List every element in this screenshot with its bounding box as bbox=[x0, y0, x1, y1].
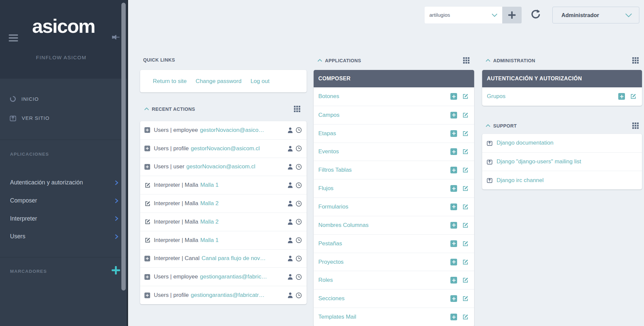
model-add-button[interactable] bbox=[450, 222, 457, 229]
history-icon[interactable] bbox=[296, 127, 302, 133]
model-link[interactable]: Secciones bbox=[318, 295, 344, 302]
history-icon[interactable] bbox=[296, 182, 302, 188]
support-link[interactable]: Django irc channel bbox=[497, 177, 544, 184]
model-add-button[interactable] bbox=[450, 185, 457, 192]
history-icon[interactable] bbox=[296, 255, 302, 262]
user-icon[interactable] bbox=[288, 146, 293, 152]
model-edit-button[interactable] bbox=[630, 93, 637, 100]
user-icon[interactable] bbox=[288, 200, 293, 207]
quick-link[interactable]: Change password bbox=[196, 78, 241, 85]
model-add-button[interactable] bbox=[450, 240, 457, 247]
sidebar-app-item[interactable]: Autenticación y autorización bbox=[0, 174, 127, 192]
chevron-up-icon[interactable] bbox=[317, 59, 322, 62]
refresh-icon[interactable] bbox=[530, 9, 542, 21]
model-link[interactable]: Eventos bbox=[318, 148, 339, 155]
model-edit-button[interactable] bbox=[462, 295, 469, 302]
support-link[interactable]: Django "django-users" mailing list bbox=[497, 158, 581, 165]
quick-link[interactable]: Log out bbox=[250, 78, 270, 85]
recent-action-link[interactable]: Malla 1 bbox=[200, 182, 219, 188]
model-add-button[interactable] bbox=[450, 167, 457, 173]
model-edit-button[interactable] bbox=[462, 167, 469, 173]
model-edit-button[interactable] bbox=[462, 240, 469, 247]
model-link[interactable]: Flujos bbox=[318, 185, 333, 192]
recent-action-link[interactable]: gestorNovacion@asicom.cl bbox=[191, 145, 260, 152]
sidebar-app-item[interactable]: Composer bbox=[0, 192, 127, 210]
model-edit-button[interactable] bbox=[462, 259, 469, 265]
grid-handle-icon[interactable] bbox=[632, 123, 639, 129]
model-link[interactable]: Campos bbox=[318, 112, 339, 118]
sidebar-app-item[interactable]: Users bbox=[0, 228, 127, 246]
recent-action-link[interactable]: Malla 1 bbox=[200, 237, 219, 244]
chevron-up-icon[interactable] bbox=[486, 59, 491, 62]
user-icon[interactable] bbox=[288, 127, 293, 133]
model-add-button[interactable] bbox=[618, 93, 625, 100]
model-add-button[interactable] bbox=[450, 295, 457, 302]
model-edit-button[interactable] bbox=[462, 130, 469, 137]
model-add-button[interactable] bbox=[450, 277, 457, 283]
model-add-button[interactable] bbox=[450, 259, 457, 265]
user-icon[interactable] bbox=[288, 237, 293, 243]
user-icon[interactable] bbox=[288, 219, 293, 225]
history-icon[interactable] bbox=[296, 164, 302, 170]
user-icon[interactable] bbox=[288, 164, 293, 170]
model-edit-button[interactable] bbox=[462, 185, 469, 192]
model-link[interactable]: Etapas bbox=[318, 130, 336, 137]
pin-icon[interactable] bbox=[111, 32, 121, 42]
user-icon[interactable] bbox=[288, 274, 293, 280]
model-link[interactable]: Roles bbox=[318, 277, 333, 283]
model-link[interactable]: Botones bbox=[318, 93, 339, 100]
sidebar-scrollbar[interactable] bbox=[121, 3, 126, 291]
model-add-button[interactable] bbox=[450, 314, 457, 320]
model-add-button[interactable] bbox=[450, 93, 457, 100]
model-edit-button[interactable] bbox=[462, 203, 469, 210]
model-edit-button[interactable] bbox=[462, 222, 469, 229]
grid-handle-icon[interactable] bbox=[632, 57, 639, 64]
model-add-button[interactable] bbox=[450, 130, 457, 137]
support-link[interactable]: Django documentation bbox=[497, 140, 553, 146]
model-edit-button[interactable] bbox=[462, 314, 469, 320]
model-link[interactable]: Filtros Tablas bbox=[318, 167, 352, 173]
chevron-up-icon[interactable] bbox=[486, 124, 491, 127]
quick-link[interactable]: Return to site bbox=[153, 78, 187, 85]
history-icon[interactable] bbox=[296, 200, 302, 207]
recent-action-link[interactable]: gestorNovacion@asicom.cl bbox=[186, 163, 255, 170]
recent-action-link[interactable]: Malla 2 bbox=[200, 200, 219, 207]
history-icon[interactable] bbox=[296, 292, 302, 299]
grid-handle-icon[interactable] bbox=[463, 57, 469, 64]
model-edit-button[interactable] bbox=[462, 93, 469, 100]
model-edit-button[interactable] bbox=[462, 148, 469, 155]
recent-action-link[interactable]: gestorNovacion@asico… bbox=[200, 127, 264, 134]
project-selector[interactable]: artilugios bbox=[425, 7, 502, 23]
user-menu[interactable]: Administrador bbox=[552, 7, 639, 23]
sidebar-app-item[interactable]: Interpreter bbox=[0, 210, 127, 228]
add-bookmark-button[interactable] bbox=[112, 266, 120, 274]
history-icon[interactable] bbox=[296, 219, 302, 225]
history-icon[interactable] bbox=[296, 237, 302, 243]
model-link[interactable]: Pestañas bbox=[318, 240, 342, 247]
logo[interactable]: asicom bbox=[0, 15, 127, 37]
model-edit-button[interactable] bbox=[462, 277, 469, 283]
sidebar-nav-item[interactable]: INICIO bbox=[0, 89, 121, 108]
recent-action-link[interactable]: gestiongarantias@fabric… bbox=[200, 273, 267, 280]
user-icon[interactable] bbox=[288, 292, 293, 298]
model-link[interactable]: Grupos bbox=[487, 93, 506, 100]
model-add-button[interactable] bbox=[450, 148, 457, 155]
model-link[interactable]: Proyectos bbox=[318, 259, 344, 265]
recent-action-link[interactable]: Malla 2 bbox=[200, 219, 219, 225]
model-link[interactable]: Templates Mail bbox=[318, 314, 356, 320]
user-icon[interactable] bbox=[288, 255, 293, 261]
model-edit-button[interactable] bbox=[462, 112, 469, 118]
recent-action-link[interactable]: gestiongarantias@fabricatr… bbox=[191, 292, 264, 299]
history-icon[interactable] bbox=[296, 274, 302, 280]
user-icon[interactable] bbox=[288, 182, 293, 188]
history-icon[interactable] bbox=[296, 145, 302, 152]
model-link[interactable]: Nombres Columnas bbox=[318, 222, 368, 229]
chevron-up-icon[interactable] bbox=[144, 107, 149, 110]
model-add-button[interactable] bbox=[450, 203, 457, 210]
recent-action-link[interactable]: Canal para flujo de nov… bbox=[202, 255, 266, 262]
grid-handle-icon[interactable] bbox=[294, 106, 300, 112]
add-project-button[interactable] bbox=[502, 7, 522, 23]
model-link[interactable]: Formularios bbox=[318, 203, 348, 210]
sidebar-nav-item[interactable]: VER SITIO bbox=[0, 108, 121, 128]
model-add-button[interactable] bbox=[450, 112, 457, 118]
